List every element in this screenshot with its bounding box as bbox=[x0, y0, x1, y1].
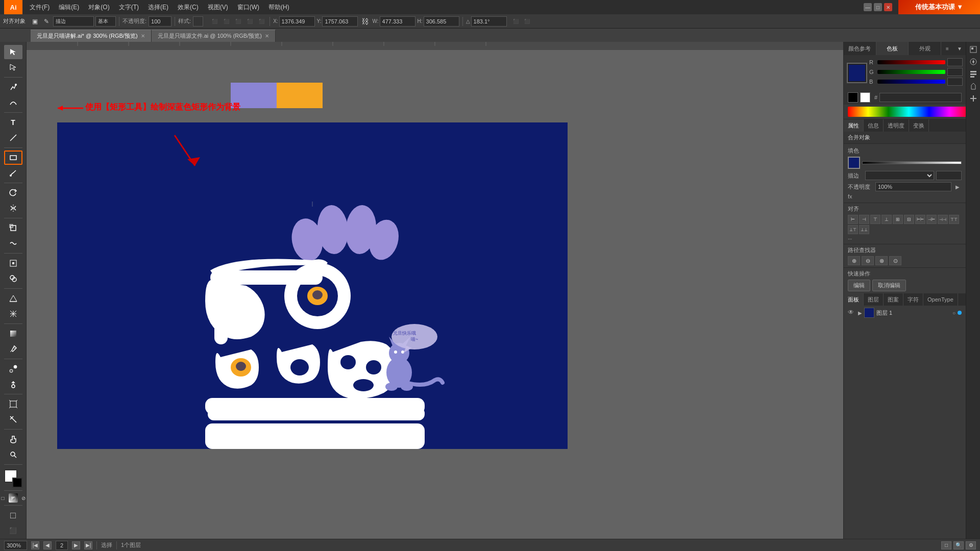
reflect-icon[interactable]: ⬛ bbox=[522, 16, 532, 27]
shape-builder-tool[interactable] bbox=[4, 271, 22, 286]
free-transform-tool[interactable] bbox=[4, 256, 22, 270]
search-btn[interactable]: 🔍 bbox=[953, 541, 964, 549]
hand-tool[interactable] bbox=[4, 432, 22, 446]
opacity-prop-input[interactable] bbox=[875, 182, 951, 191]
angle-input[interactable] bbox=[471, 16, 507, 27]
minimize-button[interactable]: — bbox=[864, 3, 872, 11]
link-wh-icon[interactable]: ⛓ bbox=[360, 16, 370, 27]
distribute-v-icon[interactable]: ⬛ bbox=[244, 16, 255, 27]
mirror-tool[interactable] bbox=[4, 201, 22, 215]
layer-visibility-icon[interactable]: 👁 bbox=[848, 309, 856, 317]
black-swatch[interactable] bbox=[848, 92, 858, 103]
gradient-mode-icon[interactable]: ◩ bbox=[9, 493, 18, 503]
zoom-tool[interactable] bbox=[4, 447, 22, 462]
close-button[interactable]: ✕ bbox=[884, 3, 892, 11]
menu-window[interactable]: 窗口(W) bbox=[233, 2, 263, 13]
menu-text[interactable]: 文字(T) bbox=[115, 2, 143, 13]
tab-1-close[interactable]: ✕ bbox=[265, 33, 269, 39]
spacing-icon[interactable]: ⬛ bbox=[256, 16, 266, 27]
align-center-h-icon[interactable]: ⊣ bbox=[859, 215, 869, 224]
scale-tool[interactable] bbox=[4, 221, 22, 235]
g-input[interactable] bbox=[947, 68, 963, 76]
layers-tab-layers[interactable]: 图层 bbox=[864, 293, 884, 306]
layer-lock-icon[interactable]: ○ bbox=[952, 310, 955, 316]
rs-icon-5[interactable] bbox=[968, 93, 979, 104]
tab-0-close[interactable]: ✕ bbox=[141, 33, 145, 39]
menu-object[interactable]: 对象(O) bbox=[84, 2, 113, 13]
maximize-button[interactable]: □ bbox=[874, 3, 882, 11]
hex-input[interactable] bbox=[879, 93, 962, 102]
unite-icon[interactable]: ⊕ bbox=[848, 256, 860, 265]
align-h-icon[interactable]: ⬛ bbox=[209, 16, 219, 27]
normal-mode-icon[interactable]: □ bbox=[0, 493, 8, 503]
rp-tab-appearance[interactable]: 外观 bbox=[909, 42, 941, 55]
symbol-sprayer-tool[interactable] bbox=[4, 377, 22, 391]
selection-icon[interactable]: ▣ bbox=[30, 16, 40, 27]
h-input[interactable] bbox=[424, 16, 459, 27]
align-v-icon[interactable]: ⬛ bbox=[221, 16, 231, 27]
layers-tab-panel[interactable]: 面板 bbox=[844, 293, 864, 306]
background-color[interactable] bbox=[12, 478, 22, 488]
align-top-icon[interactable]: ⊥ bbox=[881, 215, 892, 224]
next-page-btn[interactable]: ▶ bbox=[72, 541, 80, 549]
stroke-selector[interactable]: 描边 bbox=[53, 16, 94, 27]
layers-tab-artboards[interactable]: 图案 bbox=[884, 293, 903, 306]
opacity-input[interactable] bbox=[149, 16, 172, 27]
align-right-icon[interactable]: ⊤ bbox=[870, 215, 880, 224]
x-input[interactable] bbox=[279, 16, 315, 27]
page-input[interactable] bbox=[56, 541, 68, 550]
dist-bottom-icon[interactable]: ⊥⊥ bbox=[859, 225, 869, 234]
intersect-icon[interactable]: ⊗ bbox=[875, 256, 888, 265]
layers-tab-opentype[interactable]: OpenType bbox=[923, 293, 958, 306]
menu-help[interactable]: 帮助(H) bbox=[264, 2, 293, 13]
line-tool[interactable] bbox=[4, 131, 22, 145]
props-tab-info[interactable]: 信息 bbox=[864, 119, 884, 132]
panel-expand-icon[interactable]: ▼ bbox=[953, 42, 966, 55]
exclude-icon[interactable]: ⊙ bbox=[889, 256, 901, 265]
opacity-expand-arrow[interactable]: ▶ bbox=[953, 182, 962, 191]
direct-selection-tool[interactable] bbox=[4, 60, 22, 74]
last-page-btn[interactable]: ▶| bbox=[84, 541, 92, 549]
color-fg-preview[interactable] bbox=[847, 63, 867, 83]
white-swatch[interactable] bbox=[860, 92, 870, 103]
rp-tab-color-ref[interactable]: 颜色参考 bbox=[844, 42, 876, 55]
dist-left-icon[interactable]: ⊢⊢ bbox=[915, 215, 925, 224]
props-tab-properties[interactable]: 属性 bbox=[844, 119, 864, 132]
type-tool[interactable]: T bbox=[4, 115, 22, 130]
rs-icon-3[interactable] bbox=[968, 68, 979, 80]
zoom-input[interactable] bbox=[4, 541, 27, 550]
menu-select[interactable]: 选择(E) bbox=[144, 2, 173, 13]
full-screen-mode[interactable]: ⬛ bbox=[4, 523, 22, 538]
layer-expand-arrow[interactable]: ▶ bbox=[858, 310, 862, 316]
prev-page-btn[interactable]: ◀ bbox=[43, 541, 52, 549]
align-center-v-icon[interactable]: ⊞ bbox=[893, 215, 903, 224]
y-input[interactable] bbox=[322, 16, 358, 27]
props-tab-transform[interactable]: 变换 bbox=[909, 119, 929, 132]
tab-0[interactable]: 元旦是只喵讲解.ai* @ 300% (RGB/预览) ✕ bbox=[31, 30, 152, 42]
transform-icon[interactable]: ⬛ bbox=[511, 16, 521, 27]
pencil-icon[interactable]: ✎ bbox=[41, 16, 52, 27]
stroke-width-selector[interactable]: 基本 bbox=[95, 16, 116, 27]
selection-tool[interactable] bbox=[4, 45, 22, 59]
rp-tab-swatches[interactable]: 色板 bbox=[876, 42, 909, 55]
change-screen-mode[interactable]: □ bbox=[4, 508, 22, 522]
align-bottom-icon[interactable]: ⊟ bbox=[904, 215, 914, 224]
style-preview[interactable] bbox=[193, 16, 203, 27]
artboard-tool[interactable] bbox=[4, 397, 22, 411]
slice-tool[interactable] bbox=[4, 412, 22, 427]
tab-1[interactable]: 元旦是只喵源文件.ai @ 100% (RGB/预览) ✕ bbox=[152, 30, 276, 42]
edit-button[interactable]: 编辑 bbox=[848, 280, 870, 291]
menu-view[interactable]: 视图(V) bbox=[204, 2, 232, 13]
mesh-tool[interactable] bbox=[4, 307, 22, 321]
artboard-icon[interactable]: □ bbox=[941, 541, 951, 549]
canvas-area[interactable]: 使用【矩形工具】绘制深蓝色矩形作为背景 bbox=[27, 42, 843, 539]
settings-btn[interactable]: ⚙ bbox=[966, 541, 976, 549]
minus-front-icon[interactable]: ⊖ bbox=[862, 256, 874, 265]
menu-file[interactable]: 文件(F) bbox=[26, 2, 54, 13]
dist-top-icon[interactable]: ⊤⊤ bbox=[949, 215, 959, 224]
fill-color-box[interactable] bbox=[848, 157, 860, 169]
align-left-icon[interactable]: ⊢ bbox=[848, 215, 858, 224]
perspective-grid-tool[interactable] bbox=[4, 291, 22, 306]
stroke-selector[interactable] bbox=[865, 171, 934, 180]
blend-tool[interactable] bbox=[4, 362, 22, 376]
